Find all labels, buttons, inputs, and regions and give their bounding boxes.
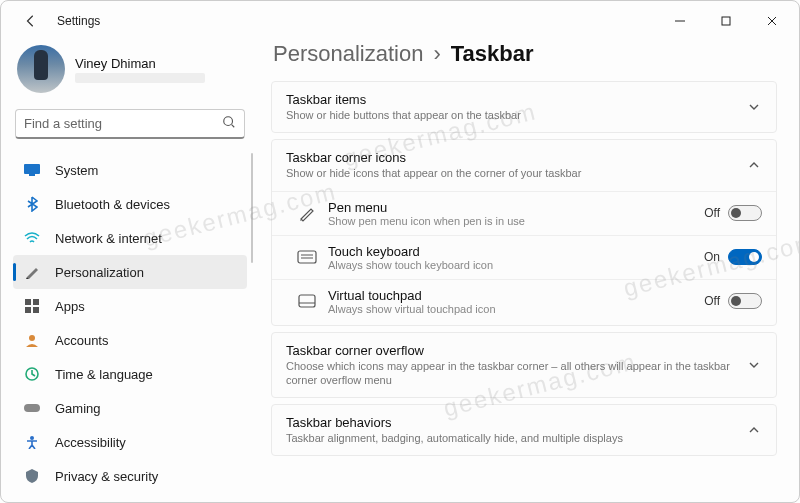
sidebar-item-time[interactable]: Time & language	[13, 357, 247, 391]
accounts-icon	[23, 331, 41, 349]
gaming-icon	[23, 399, 41, 417]
user-profile[interactable]: Viney Dhiman	[13, 41, 247, 103]
svg-rect-8	[25, 307, 31, 313]
sidebar-item-label: Personalization	[55, 265, 144, 280]
pen-icon	[286, 204, 328, 222]
row-title: Touch keyboard	[328, 244, 704, 259]
svg-rect-1	[722, 17, 730, 25]
sidebar-item-label: Accounts	[55, 333, 108, 348]
search-placeholder: Find a setting	[24, 116, 222, 131]
system-icon	[23, 161, 41, 179]
section-title: Taskbar corner overflow	[286, 343, 746, 358]
chevron-down-icon	[746, 359, 762, 371]
keyboard-icon	[286, 250, 328, 264]
breadcrumb-parent[interactable]: Personalization	[273, 41, 423, 67]
row-virtual-touchpad: Virtual touchpad Always show virtual tou…	[272, 279, 776, 323]
close-button[interactable]	[749, 5, 795, 37]
chevron-up-icon	[746, 424, 762, 436]
bluetooth-icon	[23, 195, 41, 213]
sidebar-item-network[interactable]: Network & internet	[13, 221, 247, 255]
sidebar-item-label: System	[55, 163, 98, 178]
row-touch-keyboard: Touch keyboard Always show touch keyboar…	[272, 235, 776, 279]
sidebar-item-label: Bluetooth & devices	[55, 197, 170, 212]
sidebar-item-label: Privacy & security	[55, 469, 158, 484]
row-title: Virtual touchpad	[328, 288, 704, 303]
nav-scrollbar[interactable]	[251, 153, 253, 263]
row-desc: Always show virtual touchpad icon	[328, 303, 704, 315]
svg-rect-14	[298, 251, 316, 263]
apps-icon	[23, 297, 41, 315]
pen-menu-toggle[interactable]	[728, 205, 762, 221]
svg-rect-4	[24, 164, 40, 174]
user-email-placeholder	[75, 73, 205, 83]
avatar	[17, 45, 65, 93]
sidebar-item-personalization[interactable]: Personalization	[13, 255, 247, 289]
sidebar-item-privacy[interactable]: Privacy & security	[13, 459, 247, 493]
section-header[interactable]: Taskbar corner icons Show or hide icons …	[272, 140, 776, 190]
sidebar-item-bluetooth[interactable]: Bluetooth & devices	[13, 187, 247, 221]
section-taskbar-corner-icons: Taskbar corner icons Show or hide icons …	[271, 139, 777, 325]
maximize-button[interactable]	[703, 5, 749, 37]
svg-rect-6	[25, 299, 31, 305]
row-desc: Always show touch keyboard icon	[328, 259, 704, 271]
search-icon	[222, 115, 236, 132]
nav: System Bluetooth & devices Network & int…	[13, 153, 247, 493]
breadcrumb: Personalization › Taskbar	[273, 41, 777, 67]
sidebar-item-accessibility[interactable]: Accessibility	[13, 425, 247, 459]
sidebar-item-label: Apps	[55, 299, 85, 314]
main-content: Personalization › Taskbar Taskbar items …	[259, 41, 799, 503]
sidebar-item-label: Time & language	[55, 367, 153, 382]
window-title: Settings	[57, 14, 100, 28]
chevron-down-icon	[746, 101, 762, 113]
svg-line-3	[232, 125, 235, 128]
section-title: Taskbar items	[286, 92, 746, 107]
section-taskbar-behaviors[interactable]: Taskbar behaviors Taskbar alignment, bad…	[271, 404, 777, 456]
user-name: Viney Dhiman	[75, 56, 205, 71]
svg-rect-9	[33, 307, 39, 313]
sidebar-item-label: Gaming	[55, 401, 101, 416]
privacy-icon	[23, 467, 41, 485]
breadcrumb-current: Taskbar	[451, 41, 534, 67]
virtual-touchpad-toggle[interactable]	[728, 293, 762, 309]
section-desc: Taskbar alignment, badging, automaticall…	[286, 431, 746, 445]
sidebar: Viney Dhiman Find a setting System	[1, 41, 259, 503]
section-title: Taskbar behaviors	[286, 415, 746, 430]
chevron-up-icon	[746, 159, 762, 171]
sidebar-item-label: Accessibility	[55, 435, 126, 450]
section-title: Taskbar corner icons	[286, 150, 746, 165]
section-taskbar-corner-overflow[interactable]: Taskbar corner overflow Choose which ico…	[271, 332, 777, 399]
svg-point-2	[224, 117, 233, 126]
back-button[interactable]	[13, 3, 49, 39]
accessibility-icon	[23, 433, 41, 451]
row-title: Pen menu	[328, 200, 704, 215]
sidebar-item-label: Network & internet	[55, 231, 162, 246]
svg-point-10	[29, 335, 35, 341]
svg-point-13	[30, 436, 34, 440]
svg-rect-12	[24, 404, 40, 412]
toggle-state-label: Off	[704, 294, 720, 308]
section-taskbar-items[interactable]: Taskbar items Show or hide buttons that …	[271, 81, 777, 133]
sidebar-item-accounts[interactable]: Accounts	[13, 323, 247, 357]
svg-rect-17	[299, 295, 315, 307]
search-input[interactable]: Find a setting	[15, 109, 245, 139]
network-icon	[23, 229, 41, 247]
personalization-icon	[23, 263, 41, 281]
row-pen-menu: Pen menu Show pen menu icon when pen is …	[272, 191, 776, 235]
toggle-state-label: On	[704, 250, 720, 264]
svg-rect-7	[33, 299, 39, 305]
title-bar: Settings	[1, 1, 799, 41]
touchpad-icon	[286, 294, 328, 308]
sidebar-item-apps[interactable]: Apps	[13, 289, 247, 323]
toggle-state-label: Off	[704, 206, 720, 220]
section-desc: Show or hide icons that appear on the co…	[286, 166, 746, 180]
sidebar-item-system[interactable]: System	[13, 153, 247, 187]
svg-rect-5	[29, 174, 35, 176]
time-icon	[23, 365, 41, 383]
row-desc: Show pen menu icon when pen is in use	[328, 215, 704, 227]
section-desc: Show or hide buttons that appear on the …	[286, 108, 746, 122]
chevron-right-icon: ›	[433, 41, 440, 67]
section-desc: Choose which icons may appear in the tas…	[286, 359, 746, 388]
sidebar-item-gaming[interactable]: Gaming	[13, 391, 247, 425]
minimize-button[interactable]	[657, 5, 703, 37]
touch-keyboard-toggle[interactable]	[728, 249, 762, 265]
